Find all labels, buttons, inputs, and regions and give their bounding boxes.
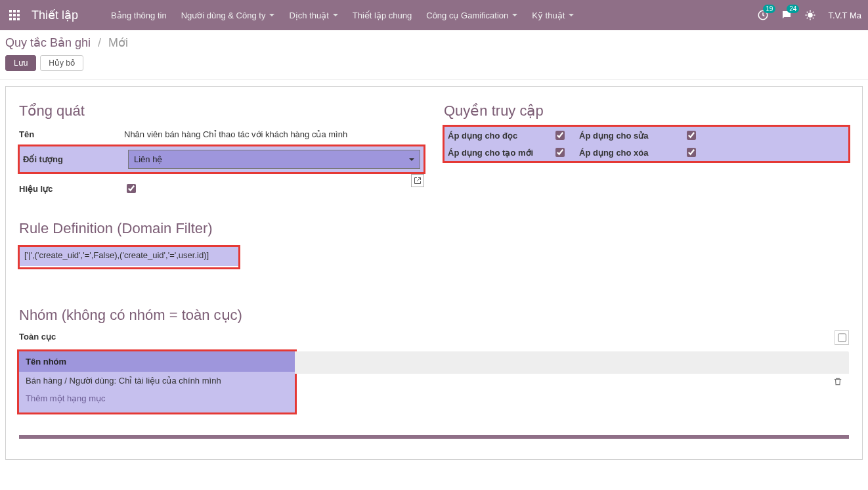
- group-row-0-label: Bán hàng / Người dùng: Chỉ tài liệu của …: [26, 376, 221, 386]
- domain-resize-handle[interactable]: [19, 267, 840, 287]
- menu-technical[interactable]: Kỹ thuật: [525, 5, 580, 26]
- menu-general-settings[interactable]: Thiết lập chung: [346, 5, 418, 26]
- group-add-label: Thêm một hạng mục: [26, 393, 106, 403]
- discard-button[interactable]: Hủy bỏ: [40, 55, 83, 71]
- menu-dashboard[interactable]: Bảng thông tin: [104, 5, 173, 26]
- topbar: Thiết lập Bảng thông tin Người dùng & Cô…: [0, 0, 868, 30]
- rule-heading: Rule Definition (Domain Filter): [19, 220, 849, 237]
- object-row-highlight: Đối tượng Liên hệ: [19, 146, 424, 173]
- form-sheet: Tổng quát Tên Nhân viên bán hàng Chỉ tha…: [5, 86, 863, 460]
- app-switcher-icon[interactable]: [9, 10, 20, 20]
- user-menu[interactable]: T.V.T Ma: [828, 11, 861, 20]
- section-divider: [19, 435, 849, 439]
- save-button[interactable]: Lưu: [5, 55, 36, 71]
- group-table-highlight: Tên nhóm Bán hàng / Người dùng: Chỉ tài …: [19, 351, 295, 412]
- object-label: Đối tượng: [23, 154, 128, 164]
- active-checkbox[interactable]: [127, 184, 136, 193]
- object-select-value: Liên hệ: [134, 154, 162, 164]
- domain-textarea[interactable]: [19, 246, 239, 266]
- debug-icon[interactable]: [804, 9, 816, 21]
- activity-badge: 19: [763, 5, 775, 13]
- object-select[interactable]: Liên hệ: [128, 150, 420, 169]
- chevron-down-icon: [569, 14, 574, 16]
- messages-icon[interactable]: 24: [781, 9, 792, 21]
- name-label: Tên: [19, 129, 124, 139]
- perm-read-checkbox[interactable]: [555, 131, 565, 140]
- perm-delete-checkbox[interactable]: [687, 148, 696, 157]
- menu-users-companies[interactable]: Người dùng & Công ty: [175, 5, 282, 26]
- active-label: Hiệu lực: [19, 184, 124, 194]
- control-panel: Quy tắc Bản ghi / Mới Lưu Hủy bỏ: [0, 30, 868, 79]
- general-heading: Tổng quát: [19, 102, 424, 120]
- global-label: Toàn cục: [19, 332, 56, 342]
- group-table-header-row: Tên nhóm Bán hàng / Người dùng: Chỉ tài …: [19, 351, 849, 412]
- group-add-row[interactable]: Thêm một hạng mục: [19, 390, 295, 412]
- general-section: Tổng quát Tên Nhân viên bán hàng Chỉ tha…: [19, 102, 424, 200]
- group-row-0[interactable]: Bán hàng / Người dùng: Chỉ tài liệu của …: [19, 372, 295, 390]
- breadcrumb: Quy tắc Bản ghi / Mới: [5, 35, 863, 50]
- global-checkbox[interactable]: [838, 333, 846, 342]
- activity-icon[interactable]: 19: [757, 9, 769, 21]
- chevron-down-icon: [269, 14, 274, 16]
- app-brand: Thiết lập: [32, 8, 78, 22]
- domain-highlight: [19, 246, 239, 268]
- chevron-down-icon: [512, 14, 517, 16]
- perm-create-label: Áp dụng cho tạo mới: [448, 148, 553, 158]
- perm-delete-label: Áp dụng cho xóa: [579, 148, 684, 158]
- perm-read-label: Áp dụng cho đọc: [448, 131, 553, 141]
- chevron-down-icon: [333, 14, 338, 16]
- perm-write-checkbox[interactable]: [687, 131, 696, 140]
- global-checkbox-wrap: [835, 330, 849, 345]
- chevron-down-icon: [409, 158, 414, 161]
- menu-translation[interactable]: Dịch thuật: [282, 5, 344, 26]
- perm-write-label: Áp dụng cho sửa: [579, 131, 684, 141]
- nav-menu: Bảng thông tin Người dùng & Công ty Dịch…: [104, 5, 757, 26]
- svg-point-1: [808, 12, 814, 18]
- group-column-header: Tên nhóm: [19, 351, 295, 372]
- breadcrumb-root[interactable]: Quy tắc Bản ghi: [5, 36, 91, 49]
- breadcrumb-current: Mới: [108, 36, 128, 49]
- topbar-right: 19 24 T.V.T Ma: [757, 9, 863, 21]
- access-heading: Quyền truy cập: [444, 102, 849, 120]
- breadcrumb-separator: /: [98, 36, 101, 49]
- access-section: Quyền truy cập Áp dụng cho đọc Áp dụng c…: [444, 102, 849, 200]
- trash-icon[interactable]: [833, 377, 842, 388]
- messages-badge: 24: [787, 5, 799, 13]
- name-value[interactable]: Nhân viên bán hàng Chỉ thao tác với khác…: [124, 129, 347, 139]
- perm-create-checkbox[interactable]: [555, 148, 565, 157]
- access-rights-highlight: Áp dụng cho đọc Áp dụng cho sửa Áp dụng …: [444, 126, 849, 162]
- groups-heading: Nhóm (không có nhóm = toàn cục): [19, 307, 849, 324]
- menu-gamification[interactable]: Công cụ Gamification: [420, 5, 524, 26]
